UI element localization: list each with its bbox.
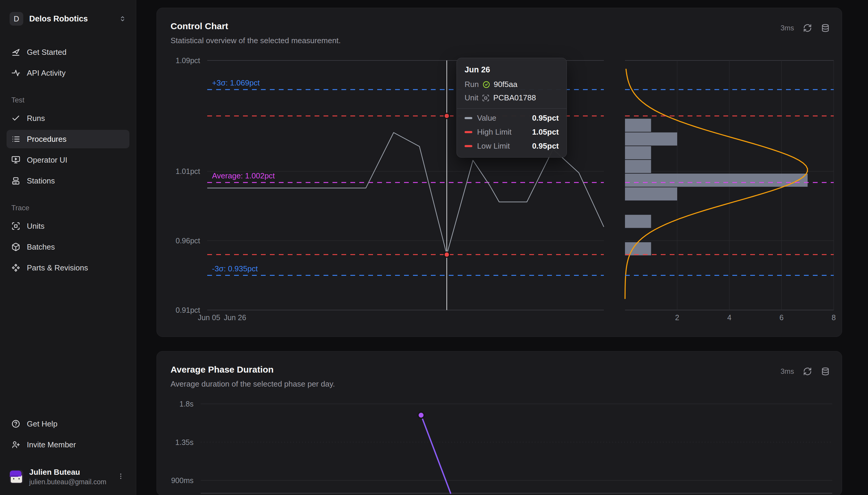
cursor-marker <box>444 113 449 119</box>
database-icon <box>821 367 830 376</box>
series-swatch <box>464 131 472 133</box>
check-icon <box>11 114 20 123</box>
tooltip-divider <box>457 108 567 109</box>
ref-line-label: +3σ: 1.069pct <box>212 78 260 87</box>
y-tick-label: 1.35s <box>175 438 194 446</box>
package-icon <box>11 242 20 251</box>
sidebar-item-stations[interactable]: Stations <box>6 172 129 190</box>
control-chart-card: Control Chart Statistical overview of th… <box>157 8 842 337</box>
workspace-avatar: D <box>10 12 23 25</box>
tooltip-unit-label: Unit <box>464 93 478 102</box>
query-latency: 3ms <box>781 367 794 376</box>
tooltip-unit-id: PCBA01788 <box>493 93 536 102</box>
workspace-name: Delos Robotics <box>29 14 113 23</box>
tooltip-run-label: Run <box>464 80 479 89</box>
section-label-test: Test <box>11 96 129 104</box>
x-tick-label: 2 <box>675 313 679 322</box>
sidebar-item-get-help[interactable]: Get Help <box>6 414 129 433</box>
y-tick-label: 0.91pct <box>176 306 200 314</box>
sidebar-item-procedures[interactable]: Procedures <box>6 130 129 148</box>
tooltip-row-value: Value 0.95pct <box>464 114 559 123</box>
refresh-button[interactable] <box>803 23 812 32</box>
sidebar-item-runs[interactable]: Runs <box>6 109 129 127</box>
duration-series-line <box>421 415 451 493</box>
database-icon <box>821 23 830 32</box>
sidebar-item-label: Runs <box>27 114 45 123</box>
sidebar-item-api-activity[interactable]: API Activity <box>6 64 129 82</box>
data-point-marker <box>418 412 424 419</box>
sidebar-item-label: Invite Member <box>27 440 76 449</box>
refresh-button[interactable] <box>803 367 812 376</box>
monitor-play-icon <box>11 155 20 165</box>
section-label-trace: Trace <box>11 204 129 212</box>
dots-vertical-icon <box>117 472 125 480</box>
sidebar-item-label: Get Started <box>27 48 66 57</box>
histogram-bar <box>625 119 651 132</box>
phase-duration-card: Average Phase Duration Average duration … <box>157 351 842 495</box>
card-title: Control Chart <box>170 21 341 31</box>
activity-icon <box>11 68 20 78</box>
x-tick-label: 8 <box>832 313 836 322</box>
series-swatch <box>464 145 472 147</box>
card-subtitle: Statistical overview of the selected mea… <box>170 36 341 45</box>
y-tick-label: 1.09pct <box>176 56 200 65</box>
profile-email: julien.buteau@gmail.com <box>29 478 109 486</box>
histogram-bar <box>625 146 651 159</box>
refresh-icon <box>803 23 812 32</box>
list-icon <box>11 135 20 143</box>
sidebar-bottom: Get Help Invite Member Julien Buteau jul… <box>6 414 129 486</box>
sidebar-item-label: Parts & Revisions <box>27 263 88 273</box>
workspace-switcher[interactable]: D Delos Robotics <box>6 10 129 28</box>
card-title: Average Phase Duration <box>170 364 335 375</box>
series-swatch <box>464 117 472 119</box>
card-subtitle: Average duration of the selected phase p… <box>170 379 335 389</box>
x-tick-label: 6 <box>780 313 784 322</box>
help-circle-icon <box>11 419 20 428</box>
component-icon <box>11 263 20 272</box>
sidebar-item-operator-ui[interactable]: Operator UI <box>6 151 129 169</box>
scan-icon <box>11 222 20 231</box>
data-source-button[interactable] <box>821 23 830 32</box>
data-source-button[interactable] <box>821 367 830 376</box>
y-tick-label: 1.01pct <box>176 167 200 175</box>
refresh-icon <box>803 367 812 376</box>
sidebar: D Delos Robotics Get Started API Activit… <box>0 0 136 495</box>
histogram-bar <box>625 133 677 146</box>
chevrons-up-down-icon <box>119 15 127 23</box>
sidebar-item-invite-member[interactable]: Invite Member <box>6 436 129 454</box>
x-tick-label: 4 <box>727 313 732 322</box>
send-icon <box>11 48 20 56</box>
sidebar-item-label: API Activity <box>27 68 66 78</box>
profile-menu-button[interactable] <box>115 471 127 483</box>
tooltip-row-high-limit: High Limit 1.05pct <box>464 127 559 137</box>
chart-tooltip: Jun 26 Run 90f5aa Unit PCBA01788 Value 0… <box>457 58 567 157</box>
histogram-bar <box>625 187 677 201</box>
tooltip-row-low-limit: Low Limit 0.95pct <box>464 141 559 151</box>
x-tick-label: Jun 26 <box>224 313 246 322</box>
histogram-bar <box>625 215 651 228</box>
x-tick-label: Jun 05 <box>198 313 220 322</box>
tooltip-date: Jun 26 <box>464 65 559 74</box>
y-tick-label: 0.96pct <box>176 237 200 245</box>
y-tick-label: 1.8s <box>180 400 194 408</box>
sidebar-item-units[interactable]: Units <box>6 217 129 235</box>
sidebar-item-label: Get Help <box>27 419 58 429</box>
circle-check-icon <box>482 81 490 88</box>
control-chart-plot[interactable]: 1.09pct1.01pct0.96pct0.91pct2468Jun 05Ju… <box>157 8 842 337</box>
user-profile[interactable]: Julien Buteau julien.buteau@gmail.com <box>6 465 129 486</box>
sidebar-item-label: Operator UI <box>27 155 67 165</box>
sidebar-item-label: Batches <box>27 242 55 252</box>
ref-line-label: Average: 1.002pct <box>212 171 275 180</box>
histogram-bar <box>625 174 808 187</box>
query-latency: 3ms <box>781 24 794 32</box>
profile-name: Julien Buteau <box>29 467 109 477</box>
sidebar-item-parts-revisions[interactable]: Parts & Revisions <box>6 258 129 277</box>
histogram-bar <box>625 242 651 255</box>
y-tick-label: 900ms <box>171 476 194 484</box>
sidebar-item-get-started[interactable]: Get Started <box>6 43 129 61</box>
scan-icon <box>482 94 490 102</box>
tooltip-run-id: 90f5aa <box>494 80 518 89</box>
sidebar-item-label: Procedures <box>27 135 66 144</box>
sidebar-item-batches[interactable]: Batches <box>6 238 129 256</box>
sidebar-nav: Get Started API Activity Test Runs Proce… <box>6 43 129 277</box>
